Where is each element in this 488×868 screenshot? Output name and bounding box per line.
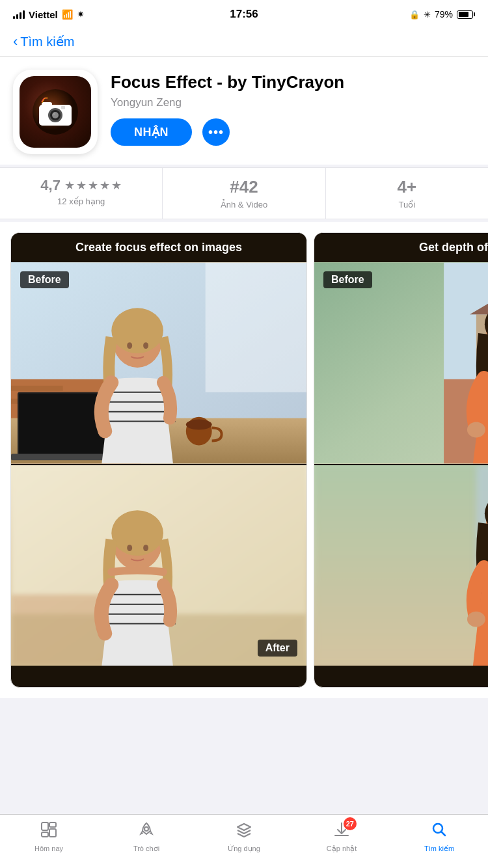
tab-apps-label: Ứng dụng (228, 845, 260, 853)
status-bar: Viettel 📶 ✴ 17:56 🔒 ✳ 79% (0, 0, 488, 29)
more-options-button[interactable]: ••• (202, 118, 230, 146)
rating-count: 12 xếp hạng (57, 197, 105, 206)
updates-badge: 27 (344, 817, 357, 830)
rating-value: 4,7 (40, 177, 61, 194)
get-button[interactable]: NHẬN (111, 118, 192, 146)
tab-games[interactable]: Trò chơi (98, 821, 195, 853)
svg-point-28 (127, 545, 132, 551)
download-icon: 27 (333, 821, 350, 842)
svg-point-5 (52, 112, 59, 118)
svg-rect-52 (42, 822, 48, 830)
star-5: ★ (111, 178, 122, 193)
after-badge-1: After (258, 640, 297, 657)
before-badge-2: Before (323, 271, 372, 288)
tab-search-label: Tìm kiếm (424, 845, 454, 853)
star-2: ★ (76, 178, 87, 193)
app-author: Yongyun Zeng (111, 96, 475, 109)
svg-point-29 (143, 545, 148, 551)
category-label: Ảnh & Video (221, 200, 267, 210)
svg-rect-53 (42, 832, 48, 837)
rating-stat: 4,7 ★ ★ ★ ★ ★ 12 xếp hạng (0, 168, 163, 219)
status-right: 🔒 ✳ 79% (409, 9, 475, 20)
grid-icon (40, 821, 57, 842)
screenshot-1-after: After (11, 464, 306, 666)
svg-point-39 (467, 422, 485, 438)
svg-point-22 (143, 342, 148, 349)
screenshot-1-images: Before (11, 262, 306, 666)
star-3: ★ (88, 178, 98, 193)
nav-bar: ‹ Tìm kiếm (0, 29, 488, 57)
screenshots-section: Create focus effect on images Before (0, 222, 488, 698)
wifi-icon: 📶 (62, 9, 73, 20)
svg-rect-9 (206, 263, 306, 392)
tab-bar: Hôm nay Trò chơi Ứng dụng (0, 814, 488, 868)
screenshot-2-header: Get depth of fie (314, 233, 488, 262)
loading-icon: ✴ (77, 9, 85, 20)
age-value: 4+ (397, 177, 416, 197)
app-actions: NHẬN ••• (111, 118, 475, 146)
svg-point-27 (111, 510, 163, 556)
after-image-2 (314, 465, 488, 666)
back-label: Tìm kiếm (20, 34, 74, 49)
tab-games-label: Trò chơi (133, 845, 159, 853)
back-chevron-icon: ‹ (13, 34, 18, 49)
svg-point-21 (127, 342, 132, 349)
svg-point-20 (111, 308, 163, 353)
before-badge-1: Before (20, 271, 69, 288)
before-image-1 (11, 262, 306, 464)
svg-point-6 (53, 113, 55, 115)
svg-rect-11 (11, 386, 63, 391)
before-image-2 (314, 262, 488, 464)
screenshot-2-before: Before (314, 262, 488, 464)
bluetooth-icon: ✳ (424, 10, 431, 20)
screenshot-1-before: Before (11, 262, 306, 464)
tab-today[interactable]: Hôm nay (0, 821, 98, 852)
age-label: Tuổi (399, 200, 416, 210)
stats-bar: 4,7 ★ ★ ★ ★ ★ 12 xếp hạng #42 Ảnh & Vide… (0, 167, 488, 219)
screenshot-2-title: Get depth of fie (419, 241, 488, 254)
tab-apps[interactable]: Ứng dụng (195, 821, 293, 853)
app-title: Focus Effect - by TinyCrayon (111, 72, 475, 92)
rank-value: #42 (230, 177, 258, 197)
tab-updates[interactable]: 27 Cập nhật (293, 821, 390, 853)
app-icon (13, 70, 98, 154)
app-header: Focus Effect - by TinyCrayon Yongyun Zen… (0, 57, 488, 165)
app-info: Focus Effect - by TinyCrayon Yongyun Zen… (111, 70, 475, 146)
svg-rect-44 (314, 465, 488, 666)
svg-rect-54 (49, 822, 56, 827)
carrier-name: Viettel (29, 9, 58, 20)
svg-point-48 (467, 612, 485, 627)
layers-icon (236, 821, 252, 842)
tab-search[interactable]: Tìm kiếm (390, 821, 488, 853)
screenshots-scroll[interactable]: Create focus effect on images Before (0, 232, 488, 688)
after-image-1 (11, 465, 306, 666)
screenshot-1: Create focus effect on images Before (10, 232, 307, 688)
screenshot-1-title: Create focus effect on images (75, 241, 242, 254)
signal-bars (13, 10, 25, 19)
screenshot-2: Get depth of fie Before (314, 232, 488, 688)
svg-rect-2 (42, 102, 52, 107)
svg-rect-7 (61, 106, 65, 109)
battery-icon (457, 10, 475, 19)
app-icon-image (33, 89, 78, 135)
svg-point-18 (186, 420, 212, 430)
svg-point-56 (144, 827, 148, 831)
rank-stat: #42 Ảnh & Video (163, 168, 325, 219)
screenshot-2-after: After (314, 464, 488, 666)
rocket-icon (138, 821, 155, 842)
star-1: ★ (64, 178, 75, 193)
status-left: Viettel 📶 ✴ (13, 9, 85, 20)
screenshot-2-images: Before (314, 262, 488, 666)
svg-rect-55 (49, 829, 56, 837)
battery-percent: 79% (435, 9, 453, 20)
back-button[interactable]: ‹ Tìm kiếm (13, 34, 475, 49)
screenshot-1-header: Create focus effect on images (11, 233, 306, 262)
tab-updates-label: Cập nhật (327, 845, 357, 853)
age-stat: 4+ Tuổi (326, 168, 488, 219)
lock-icon: 🔒 (409, 10, 420, 20)
star-rating: ★ ★ ★ ★ ★ (64, 178, 122, 193)
star-4: ★ (100, 178, 110, 193)
search-icon (431, 821, 448, 842)
tab-today-label: Hôm nay (34, 845, 63, 852)
status-time: 17:56 (230, 8, 258, 21)
